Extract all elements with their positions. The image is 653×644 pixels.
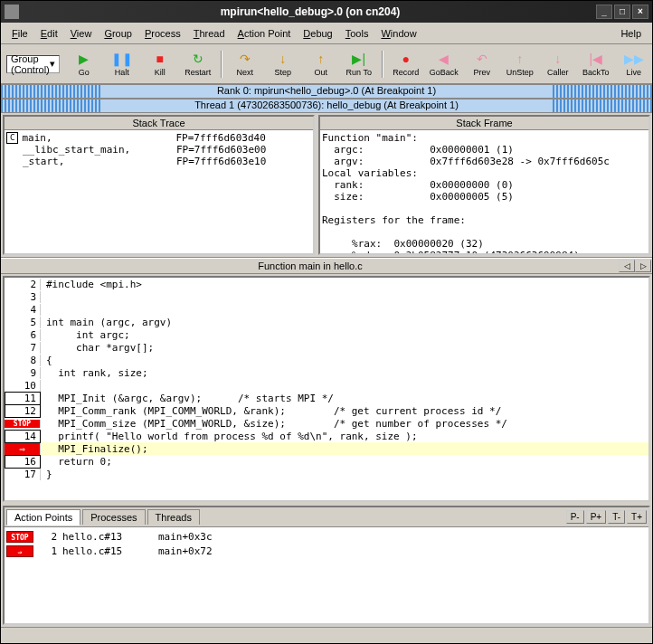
stack-frame-body[interactable]: Function "main": argc: 0x00000001 (1) ar… [320, 130, 648, 253]
source-line[interactable]: STOP MPI_Comm_size (MPI_COMM_WORLD, &siz… [5, 417, 648, 430]
stack-trace-title: Stack Trace [5, 117, 313, 130]
source-text: char *argv[]; [41, 342, 154, 354]
source-line[interactable]: 17} [5, 468, 648, 480]
source-line[interactable]: 3 [5, 290, 648, 303]
source-text: printf( "Hello world from process %d of … [41, 431, 418, 442]
menu-action-point[interactable]: Action Point [232, 26, 297, 41]
app-icon [5, 5, 19, 19]
backto-button[interactable]: |◀BackTo [577, 46, 615, 82]
menu-file[interactable]: File [6, 26, 33, 41]
source-line[interactable]: 4 [5, 303, 648, 316]
menubar: FileEditViewGroupProcessThreadAction Poi… [1, 23, 652, 44]
gutter[interactable]: STOP [5, 420, 41, 428]
step-button[interactable]: ↓Step [264, 46, 302, 82]
gutter[interactable]: 17 [5, 469, 41, 480]
nav-prev-button[interactable]: ◁ [619, 260, 635, 272]
unstep-button[interactable]: ↑UnStep [501, 46, 539, 82]
record-button[interactable]: ●Record [387, 46, 425, 82]
stack-trace-pane: Stack Trace Cmain,FP=7fff6d603d40__libc_… [3, 115, 315, 255]
gutter[interactable]: 9 [5, 367, 41, 379]
source-line[interactable]: 10 [5, 379, 648, 392]
tab-processes[interactable]: Processes [82, 509, 145, 525]
stack-row[interactable]: __libc_start_main,FP=7fff6d603e00 [6, 144, 311, 156]
menu-window[interactable]: Window [375, 26, 421, 41]
kill-button[interactable]: ■Kill [141, 46, 179, 82]
menu-help[interactable]: Help [615, 26, 647, 41]
source-line[interactable]: 11 MPI_Init (&argc, &argv); /* starts MP… [5, 392, 648, 404]
menu-thread[interactable]: Thread [188, 26, 231, 41]
gutter[interactable]: 10 [5, 380, 41, 392]
close-button[interactable]: × [632, 5, 648, 19]
minimize-button[interactable]: _ [596, 5, 612, 19]
out-button[interactable]: ↑Out [302, 46, 340, 82]
button-t+[interactable]: T+ [627, 510, 647, 524]
gutter[interactable]: 2 [5, 279, 41, 290]
source-line[interactable]: 6 int argc; [5, 328, 648, 341]
gutter[interactable]: 4 [5, 304, 41, 316]
source-text: return 0; [41, 456, 112, 468]
menu-tools[interactable]: Tools [340, 26, 374, 41]
button-p-[interactable]: P- [566, 510, 584, 524]
group-selector[interactable]: Group (Control) ▾ [6, 55, 60, 73]
thread-status[interactable]: Thread 1 (47302683500736): hello_debug (… [1, 99, 652, 113]
button-t-[interactable]: T- [608, 510, 625, 524]
source-line[interactable]: 9 int rank, size; [5, 366, 648, 379]
halt-button[interactable]: ❚❚Halt [103, 46, 141, 82]
source-text: MPI_Comm_rank (MPI_COMM_WORLD, &rank); /… [41, 405, 501, 417]
source-line[interactable]: 14 printf( "Hello world from process %d … [5, 430, 648, 442]
tab-action-points[interactable]: Action Points [6, 509, 80, 526]
source-body[interactable]: 2#include <mpi.h>345int main (argc, argv… [5, 278, 648, 500]
gutter[interactable]: 3 [5, 291, 41, 303]
restart-button[interactable]: ↻Restart [179, 46, 217, 82]
nav-next-button[interactable]: ▷ [635, 260, 651, 272]
out-icon: ↑ [313, 51, 329, 67]
action-point-row[interactable]: STOP2hello.c#13main+0x3c [6, 529, 647, 544]
source-text: MPI_Comm_size (MPI_COMM_WORLD, &size); /… [41, 418, 507, 430]
tab-threads[interactable]: Threads [147, 509, 200, 525]
source-text: #include <mpi.h> [41, 279, 142, 290]
gutter[interactable]: 14 [5, 430, 41, 443]
action-points-body[interactable]: STOP2hello.c#13main+0x3c⇒1hello.c#15main… [5, 527, 648, 623]
prev-button[interactable]: ↶Prev [463, 46, 501, 82]
gutter[interactable]: 16 [5, 455, 41, 469]
source-line[interactable]: 16 return 0; [5, 455, 648, 468]
rank-status[interactable]: Rank 0: mpirun<hello_debug>.0 (At Breakp… [1, 84, 652, 99]
source-line[interactable]: 8{ [5, 354, 648, 366]
live-button[interactable]: ▶▶Live [615, 46, 653, 82]
menu-debug[interactable]: Debug [298, 26, 337, 41]
gutter[interactable]: 7 [5, 342, 41, 354]
maximize-button[interactable]: □ [614, 5, 630, 19]
gutter[interactable]: 8 [5, 355, 41, 366]
action-point-row[interactable]: ⇒1hello.c#15main+0x72 [6, 544, 647, 558]
menu-process[interactable]: Process [139, 26, 186, 41]
source-line[interactable]: ⇒ MPI_Finalize(); [5, 442, 648, 455]
source-line[interactable]: 2#include <mpi.h> [5, 278, 648, 290]
go-button[interactable]: ▶Go [65, 46, 103, 82]
stack-trace-body[interactable]: Cmain,FP=7fff6d603d40__libc_start_main,F… [5, 130, 313, 253]
caller-button[interactable]: ↓Caller [539, 46, 577, 82]
goback-button[interactable]: ◀GoBack [425, 46, 463, 82]
source-line[interactable]: 12 MPI_Comm_rank (MPI_COMM_WORLD, &rank)… [5, 404, 648, 417]
source-line[interactable]: 7 char *argv[]; [5, 341, 648, 354]
stack-row[interactable]: Cmain,FP=7fff6d603d40 [6, 132, 311, 144]
gutter[interactable]: 5 [5, 317, 41, 328]
menu-edit[interactable]: Edit [35, 26, 63, 41]
bottom-pane: Action PointsProcessesThreads P-P+T-T+ S… [3, 506, 650, 625]
source-text: MPI_Finalize(); [41, 443, 148, 455]
gutter[interactable]: 6 [5, 329, 41, 341]
source-line[interactable]: 5int main (argc, argv) [5, 316, 648, 328]
gutter[interactable]: 12 [5, 404, 41, 418]
button-p+[interactable]: P+ [586, 510, 607, 524]
kill-icon: ■ [152, 51, 168, 67]
gutter[interactable]: 11 [5, 392, 41, 405]
menu-view[interactable]: View [65, 26, 98, 41]
source-text: int main (argc, argv) [41, 317, 172, 328]
menu-group[interactable]: Group [99, 26, 137, 41]
next-button[interactable]: ↷Next [226, 46, 264, 82]
restart-icon: ↻ [190, 51, 206, 67]
statusbar [1, 627, 652, 643]
gutter[interactable]: ⇒ [5, 443, 41, 455]
prev-icon: ↶ [474, 51, 490, 67]
run to-button[interactable]: ▶|Run To [340, 46, 378, 82]
stack-row[interactable]: _start,FP=7fff6d603e10 [6, 156, 311, 167]
